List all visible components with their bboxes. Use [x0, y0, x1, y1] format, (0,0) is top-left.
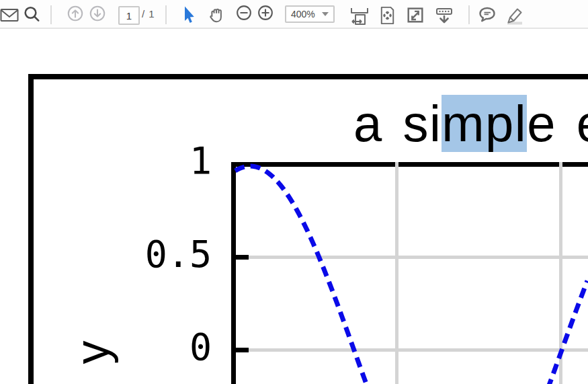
toolbar-separator	[468, 5, 470, 24]
hand-tool-icon[interactable]	[206, 5, 226, 25]
search-icon[interactable]	[22, 5, 41, 24]
zoom-level-value: 400%	[291, 9, 315, 20]
previous-page-button[interactable]	[67, 5, 84, 22]
next-page-button[interactable]	[89, 5, 106, 22]
fullscreen-icon[interactable]	[405, 5, 425, 25]
chevron-down-icon	[322, 12, 329, 16]
highlighter-icon[interactable]	[502, 5, 526, 26]
continuous-scroll-icon[interactable]	[433, 5, 455, 26]
zoom-in-icon[interactable]	[257, 5, 274, 21]
zoom-level-select[interactable]: 400%	[285, 5, 335, 23]
email-icon[interactable]	[0, 5, 19, 24]
toolbar-separator	[50, 5, 52, 24]
toolbar-separator	[165, 5, 167, 24]
comment-icon[interactable]	[476, 5, 498, 25]
select-tool-icon[interactable]	[179, 5, 198, 24]
page-number-input[interactable]	[120, 7, 138, 24]
pdf-viewer-toolbar: / 1 400%	[0, 0, 588, 29]
zoom-out-icon[interactable]	[236, 5, 252, 21]
page-number-input-box	[118, 6, 140, 25]
fit-page-icon[interactable]	[377, 5, 398, 26]
pdf-page-canvas[interactable]: a simple e y 1 0.5 0	[0, 29, 588, 384]
fit-width-icon[interactable]	[349, 5, 370, 26]
plot-curve	[0, 29, 588, 384]
page-count-label: / 1	[142, 8, 155, 20]
